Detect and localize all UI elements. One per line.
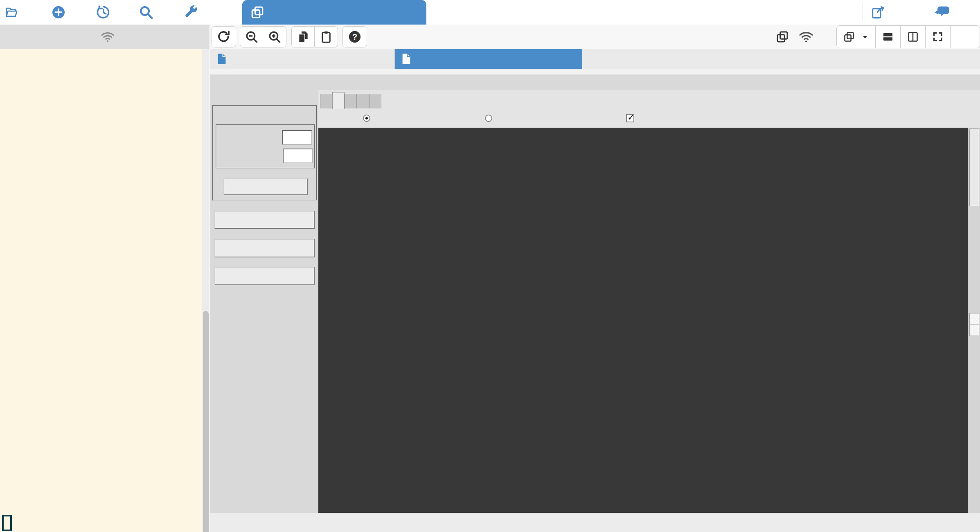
fill-button[interactable] [223, 178, 308, 195]
copy-icon [297, 30, 310, 43]
x11-window-controls [836, 25, 980, 48]
fullscreen-button[interactable] [926, 26, 951, 48]
terminal-scrollbar[interactable] [202, 49, 210, 532]
zoom-in-icon [268, 30, 282, 44]
gap-strip [210, 69, 980, 74]
canvas-slider-handle[interactable] [969, 313, 979, 336]
split-vertical-icon [907, 31, 919, 43]
search-icon [139, 5, 153, 20]
chat-button[interactable] [934, 0, 953, 25]
split-horizontal-icon [882, 31, 894, 43]
longitude-input[interactable] [283, 149, 313, 163]
paste-icon [320, 30, 333, 43]
x11-document-tabs [210, 49, 980, 69]
wifi-icon [799, 31, 813, 43]
tab-cusp-nbhds[interactable] [345, 94, 357, 109]
svg-text:?: ? [352, 32, 357, 41]
retriangulate-button[interactable] [214, 267, 315, 285]
history-icon [96, 5, 111, 20]
plus-circle-icon [51, 5, 66, 20]
meridian-input[interactable] [282, 130, 312, 145]
dirichlet-canvas-svg[interactable] [318, 128, 968, 513]
radio-icon [363, 115, 370, 122]
cusp-0-group [216, 124, 315, 169]
zoom-out-icon [245, 30, 259, 44]
snappy-menubar [210, 74, 980, 90]
x11-close-button[interactable] [951, 26, 964, 48]
settings-button[interactable] [184, 0, 202, 25]
log-button[interactable] [96, 0, 114, 25]
snappy-main [318, 90, 980, 513]
x11-session-indicator [776, 25, 813, 49]
window-icon [776, 30, 789, 43]
split-horizontal-button[interactable] [876, 26, 901, 48]
view-options-row [318, 108, 980, 128]
cocalc-topbar [0, 0, 980, 25]
new-button[interactable] [51, 0, 69, 25]
dirichlet-canvas[interactable] [318, 128, 968, 513]
terminal-cursor [2, 515, 12, 531]
radio-klein[interactable] [363, 108, 377, 128]
terminal-header[interactable] [0, 25, 210, 49]
refresh-icon [217, 30, 231, 44]
radio-icon [485, 115, 492, 122]
zoom-out-button[interactable] [240, 26, 263, 47]
wifi-icon [101, 31, 115, 43]
x11-toolbar: ? [210, 25, 980, 49]
canvas-zoom-slider[interactable] [968, 128, 980, 513]
fullscreen-icon [932, 31, 944, 43]
tab-dirichlet[interactable] [332, 92, 345, 109]
tab-link[interactable] [369, 94, 381, 109]
share-icon [871, 5, 885, 20]
checkbox-icon [626, 114, 634, 122]
terminal-scrollbar-thumb[interactable] [203, 311, 209, 532]
tab-z-x11[interactable] [242, 0, 426, 25]
cover-button[interactable] [214, 239, 315, 257]
file-icon [217, 53, 227, 65]
notebook-tabs [318, 92, 980, 108]
x11-panel: ? [210, 25, 980, 532]
help-button[interactable]: ? [342, 26, 367, 47]
snappy-sidebar [210, 90, 318, 513]
help-icon: ? [348, 30, 362, 44]
zoom-in-button[interactable] [263, 26, 286, 47]
refresh-button[interactable] [212, 26, 236, 47]
tab-8-20[interactable] [395, 49, 582, 69]
window-icon [250, 5, 264, 19]
paste-button[interactable] [315, 26, 338, 47]
tab-snappy-command-shell[interactable] [210, 49, 395, 69]
terminal-output[interactable] [0, 49, 202, 532]
topbar-divider [863, 3, 863, 21]
files-button[interactable] [3, 0, 22, 25]
canvas-scrollbar-thumb[interactable] [969, 128, 979, 206]
tab-invariants[interactable] [320, 94, 332, 109]
dehn-filling-group [212, 105, 317, 201]
drill-button[interactable] [214, 211, 315, 229]
terminal-panel [0, 25, 210, 532]
file-icon [401, 53, 411, 65]
window-icon [843, 31, 855, 43]
tab-symmetry[interactable] [357, 94, 369, 109]
split-vertical-button[interactable] [901, 26, 926, 48]
checkbox-s-infinity[interactable] [626, 108, 641, 128]
find-button[interactable] [139, 0, 157, 25]
radio-poincare[interactable] [485, 108, 499, 128]
share-button[interactable] [871, 0, 889, 25]
folder-open-icon [3, 5, 19, 19]
chevron-down-icon [861, 33, 869, 41]
copy-button[interactable] [291, 26, 315, 47]
chat-icon [934, 5, 949, 19]
wrench-icon [184, 5, 198, 20]
x11-display-dropdown[interactable] [837, 26, 876, 48]
